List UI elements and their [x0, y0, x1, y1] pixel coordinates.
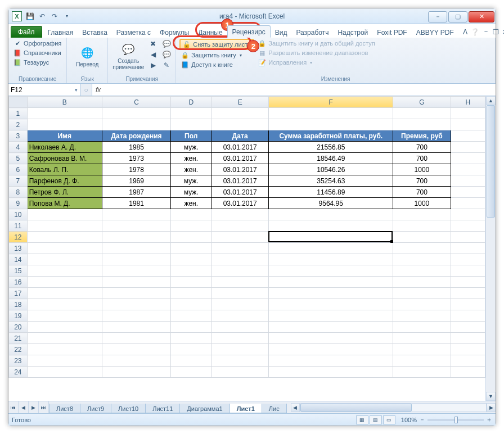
cell-D19[interactable] [171, 310, 212, 322]
sheet-tab-Лист11[interactable]: Лист11 [145, 404, 180, 413]
cell-B15[interactable] [27, 265, 102, 277]
cell-H23[interactable] [451, 355, 485, 367]
scroll-up-button[interactable]: ▲ [486, 96, 496, 105]
row-header-10[interactable]: 10 [9, 209, 28, 220]
cell-E16[interactable] [212, 277, 269, 288]
cell-H8[interactable] [451, 187, 485, 198]
cell-B3[interactable]: Имя [27, 130, 102, 142]
row-header-2[interactable]: 2 [9, 119, 28, 130]
cell-D5[interactable]: жен. [171, 153, 212, 164]
cell-B14[interactable] [27, 254, 102, 265]
delete-comment-icon[interactable]: ✖ [147, 39, 159, 49]
cell-C17[interactable] [102, 288, 171, 299]
col-header-C[interactable]: C [102, 97, 171, 108]
cell-B5[interactable]: Сафроновав В. М. [27, 153, 102, 164]
cell-F1[interactable] [269, 108, 393, 119]
row-header-12[interactable]: 12 [9, 232, 28, 243]
new-comment-button[interactable]: 💬 Создать примечание [111, 39, 145, 75]
show-comment-icon[interactable]: 💬 [161, 39, 172, 49]
cell-C21[interactable] [102, 333, 171, 344]
row-header-13[interactable]: 13 [9, 243, 28, 254]
cell-H4[interactable] [451, 142, 485, 153]
cell-G7[interactable]: 700 [393, 175, 451, 187]
row-header-15[interactable]: 15 [9, 265, 28, 277]
row-header-7[interactable]: 7 [9, 175, 28, 187]
cell-E7[interactable]: 03.01.2017 [212, 175, 269, 187]
help-icon[interactable]: ❔ [471, 28, 479, 36]
cell-B8[interactable]: Петров Ф. Л. [27, 187, 102, 198]
tab-nav-last[interactable]: ⏭ [39, 401, 49, 413]
tab-nav-next[interactable]: ▶ [29, 401, 39, 413]
cell-F23[interactable] [269, 355, 393, 367]
cell-H12[interactable] [451, 232, 485, 243]
cell-H21[interactable] [451, 333, 485, 344]
sheet-tab-Лист8[interactable]: Лист8 [49, 404, 80, 413]
select-all-corner[interactable] [9, 97, 28, 108]
row-header-14[interactable]: 14 [9, 254, 28, 265]
cell-G3[interactable]: Премия, руб [393, 130, 451, 142]
view-pagebreak-button[interactable]: ▭ [383, 415, 395, 424]
row-header-19[interactable]: 19 [9, 310, 28, 322]
cell-D1[interactable] [171, 108, 212, 119]
cell-E10[interactable] [212, 209, 269, 220]
cell-G6[interactable]: 1000 [393, 164, 451, 175]
save-icon[interactable]: 💾 [25, 12, 34, 21]
maximize-button[interactable]: ▢ [448, 11, 467, 22]
cell-B24[interactable] [27, 367, 102, 378]
cell-G14[interactable] [393, 254, 451, 265]
scroll-right-button[interactable]: ▶ [487, 403, 496, 412]
cell-H5[interactable] [451, 153, 485, 164]
row-header-22[interactable]: 22 [9, 344, 28, 355]
cell-F20[interactable] [269, 322, 393, 333]
cell-D6[interactable]: жен. [171, 164, 212, 175]
cell-B2[interactable] [27, 119, 102, 130]
scroll-left-button[interactable]: ◀ [291, 403, 300, 412]
formula-input[interactable]: fx [92, 84, 496, 96]
ribbon-minimize-icon[interactable]: ᐱ [463, 28, 467, 36]
cell-C15[interactable] [102, 265, 171, 277]
cell-F14[interactable] [269, 254, 393, 265]
cell-E15[interactable] [212, 265, 269, 277]
cell-E1[interactable] [212, 108, 269, 119]
cell-H17[interactable] [451, 288, 485, 299]
cell-G18[interactable] [393, 299, 451, 310]
cell-D21[interactable] [171, 333, 212, 344]
sheet-tab-Лист10[interactable]: Лист10 [111, 404, 146, 413]
redo-icon[interactable]: ↷ [50, 12, 59, 21]
cell-G16[interactable] [393, 277, 451, 288]
cell-E5[interactable]: 03.01.2017 [212, 153, 269, 164]
translate-button[interactable]: 🌐 Перевод [70, 39, 104, 75]
cell-G23[interactable] [393, 355, 451, 367]
cell-D4[interactable]: муж. [171, 142, 212, 153]
cell-D17[interactable] [171, 288, 212, 299]
cell-G11[interactable] [393, 220, 451, 232]
cell-B21[interactable] [27, 333, 102, 344]
cell-D15[interactable] [171, 265, 212, 277]
row-header-21[interactable]: 21 [9, 333, 28, 344]
cell-E19[interactable] [212, 310, 269, 322]
cell-F11[interactable] [269, 220, 393, 232]
research-button[interactable]: 📕Справочники [12, 48, 63, 57]
zoom-level[interactable]: 100% [401, 417, 417, 423]
cell-C18[interactable] [102, 299, 171, 310]
close-button[interactable]: ✕ [469, 11, 494, 22]
cell-C8[interactable]: 1987 [102, 187, 171, 198]
cell-B6[interactable]: Коваль Л. П. [27, 164, 102, 175]
cell-C12[interactable] [102, 232, 171, 243]
show-ink-icon[interactable]: ✎ [161, 60, 172, 70]
cell-E24[interactable] [212, 367, 269, 378]
cell-B19[interactable] [27, 310, 102, 322]
tab-вставка[interactable]: Вставка [78, 26, 112, 38]
cell-D2[interactable] [171, 119, 212, 130]
tab-надстрой[interactable]: Надстрой [333, 26, 372, 38]
cell-G2[interactable] [393, 119, 451, 130]
tab-вид[interactable]: Вид [271, 26, 292, 38]
cell-C2[interactable] [102, 119, 171, 130]
cell-D9[interactable]: жен. [171, 198, 212, 209]
cell-C6[interactable]: 1978 [102, 164, 171, 175]
cell-E12[interactable] [212, 232, 269, 243]
tab-разработч[interactable]: Разработч [291, 26, 333, 38]
cell-C4[interactable]: 1985 [102, 142, 171, 153]
cell-F7[interactable]: 35254.63 [269, 175, 393, 187]
cell-B11[interactable] [27, 220, 102, 232]
